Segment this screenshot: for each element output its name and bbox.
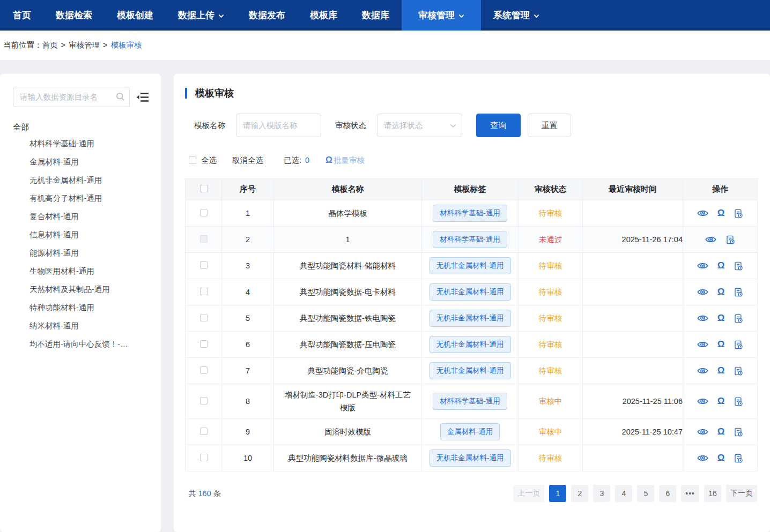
sidebar-search-input[interactable] [13, 87, 130, 107]
row-checkbox[interactable] [200, 397, 208, 404]
page-button-16[interactable]: 16 [704, 485, 721, 502]
eye-icon[interactable] [697, 288, 708, 296]
nav-item[interactable]: 数据上传 [166, 0, 236, 31]
eye-icon[interactable] [705, 235, 716, 244]
nav-item[interactable]: 数据库 [350, 0, 402, 31]
select-all-label[interactable]: 全选 [201, 155, 217, 166]
template-tag: 材料科学基础-通用 [433, 393, 507, 410]
row-checkbox-cell [186, 332, 222, 358]
page-button-5[interactable]: 5 [637, 485, 654, 502]
row-checkbox[interactable] [200, 261, 208, 269]
audit-record-icon[interactable] [725, 235, 735, 245]
nav-item-active[interactable]: 审核管理 [402, 0, 481, 31]
audit-record-icon[interactable] [734, 287, 743, 297]
nav-item[interactable]: 系统管理 [481, 0, 552, 31]
audit-record-icon[interactable] [734, 396, 743, 407]
collapse-tree-icon[interactable] [136, 92, 149, 102]
row-index: 3 [222, 253, 274, 279]
audit-record-icon[interactable] [734, 208, 743, 219]
audit-stamp-icon[interactable]: Ω [717, 365, 725, 376]
nav-item[interactable]: 数据检索 [43, 0, 105, 31]
audit-record-icon[interactable] [734, 313, 743, 324]
template-tag-cell: 无机非金属材料-通用 [422, 358, 519, 384]
next-page-button[interactable]: 下一页 [726, 485, 757, 502]
row-checkbox[interactable] [200, 428, 208, 435]
select-all-checkbox[interactable] [189, 156, 196, 164]
deselect-all-button[interactable]: 取消全选 [232, 155, 263, 166]
reset-button[interactable]: 重置 [528, 114, 571, 137]
last-audit-time: 2025-11-25 11:06 [583, 384, 683, 419]
status-badge: 待审核 [519, 445, 583, 471]
row-checkbox[interactable] [200, 454, 208, 461]
header-checkbox[interactable] [200, 185, 208, 192]
template-tag: 无机非金属材料-通用 [430, 449, 511, 467]
row-checkbox-cell [186, 305, 222, 332]
eye-icon[interactable] [697, 454, 708, 462]
row-checkbox-cell [186, 384, 222, 419]
tree-item[interactable]: 金属材料-通用 [13, 153, 150, 171]
nav-item[interactable]: 首页 [1, 0, 43, 31]
breadcrumb-item[interactable]: 首页 [42, 41, 58, 49]
tree-root-all[interactable]: 全部 [13, 120, 150, 134]
tree-item[interactable]: 无机非金属材料-通用 [13, 171, 150, 189]
template-audit-table: 序号 模板名称 模板标签 审核状态 最近审核时间 操作 1晶体学模板材料科学基础… [185, 178, 758, 471]
page-button-1[interactable]: 1 [549, 485, 566, 502]
filter-bar: 模板名称 审核状态 请选择状态 查询 重置 [194, 114, 757, 137]
search-button[interactable]: 查询 [476, 114, 521, 137]
page-button-3[interactable]: 3 [593, 485, 610, 502]
nav-item[interactable]: 模板创建 [105, 0, 166, 31]
audit-stamp-icon[interactable]: Ω [717, 339, 725, 350]
nav-item[interactable]: 数据发布 [236, 0, 298, 31]
page-button-2[interactable]: 2 [571, 485, 588, 502]
col-header-tag: 模板标签 [422, 179, 519, 200]
prev-page-button: 上一页 [513, 485, 544, 502]
tree-item[interactable]: 信息材料-通用 [13, 226, 150, 244]
template-name-input[interactable] [236, 114, 321, 137]
tree-item[interactable]: 纳米材料-通用 [13, 317, 150, 335]
page-ellipsis[interactable]: ••• [681, 485, 699, 502]
audit-record-icon[interactable] [734, 340, 743, 350]
audit-stamp-icon[interactable]: Ω [717, 453, 725, 463]
eye-icon[interactable] [697, 397, 708, 406]
breadcrumb-item[interactable]: 审核管理 [69, 41, 100, 49]
audit-record-icon[interactable] [734, 366, 743, 376]
nav-item[interactable]: 模板库 [298, 0, 350, 31]
breadcrumb-item[interactable]: 模板审核 [110, 41, 142, 49]
template-name: 典型功能陶瓷-介电陶瓷 [274, 358, 422, 384]
tree-item[interactable]: 均不适用-请向中心反馈！-… [13, 335, 150, 353]
tree-item[interactable]: 复合材料-通用 [13, 207, 150, 226]
audit-stamp-icon[interactable]: Ω [717, 260, 725, 271]
row-checkbox[interactable] [200, 340, 208, 348]
row-checkbox[interactable] [200, 314, 208, 321]
tree-item[interactable]: 能源材料-通用 [13, 244, 150, 262]
batch-audit-button[interactable]: Ω 批量审核 [325, 155, 365, 166]
audit-stamp-icon[interactable]: Ω [717, 287, 725, 297]
eye-icon[interactable] [697, 209, 708, 218]
audit-stamp-icon[interactable]: Ω [717, 208, 725, 219]
audit-stamp-icon[interactable]: Ω [717, 396, 725, 407]
row-checkbox[interactable] [200, 209, 208, 216]
audit-record-icon[interactable] [734, 261, 743, 271]
eye-icon[interactable] [697, 261, 708, 270]
audit-stamp-icon[interactable]: Ω [717, 313, 725, 324]
nav-item-label: 数据库 [362, 9, 389, 21]
eye-icon[interactable] [697, 428, 708, 436]
audit-record-icon[interactable] [734, 427, 743, 437]
eye-icon[interactable] [697, 314, 708, 323]
tree-item[interactable]: 有机高分子材料-通用 [13, 189, 150, 207]
audit-record-icon[interactable] [734, 453, 743, 463]
page-button-6[interactable]: 6 [659, 485, 676, 502]
row-checkbox[interactable] [200, 288, 208, 295]
row-checkbox[interactable] [200, 366, 208, 374]
total-count: 共160条 [188, 489, 221, 499]
audit-status-select[interactable]: 请选择状态 [377, 114, 462, 137]
eye-icon[interactable] [697, 366, 708, 375]
page-button-4[interactable]: 4 [615, 485, 632, 502]
tree-item[interactable]: 特种功能材料-通用 [13, 298, 150, 317]
audit-stamp-icon[interactable]: Ω [717, 426, 725, 437]
tree-item[interactable]: 生物医用材料-通用 [13, 262, 150, 280]
tree-item[interactable]: 天然材料及其制品-通用 [13, 280, 150, 298]
eye-icon[interactable] [697, 340, 708, 349]
tree-item[interactable]: 材料科学基础-通用 [13, 134, 150, 153]
breadcrumb-prefix: 当前位置： [3, 40, 42, 50]
